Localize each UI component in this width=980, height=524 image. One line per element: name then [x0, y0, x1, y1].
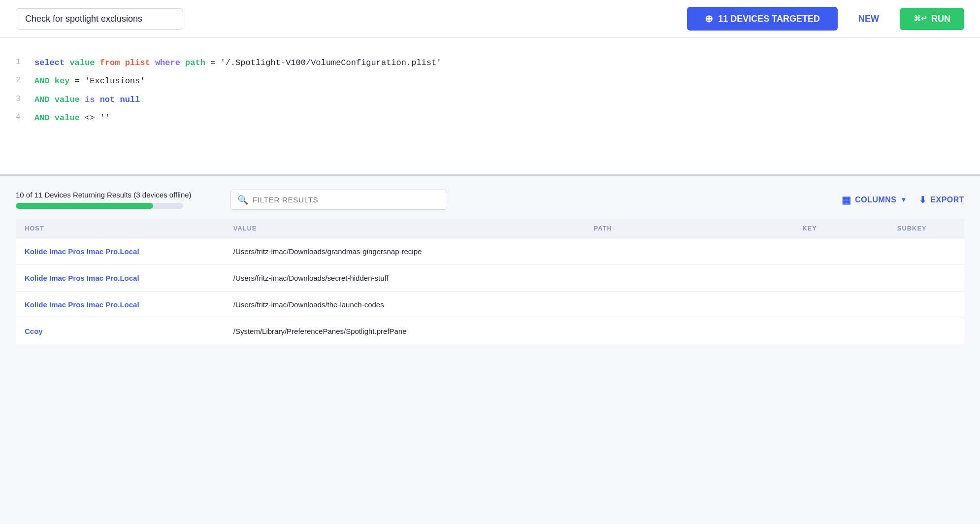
- table-header: HOST VALUE PATH KEY SUBKEY: [16, 219, 964, 238]
- code-block: 1select value from plist where path = '/…: [16, 54, 956, 128]
- code-line: 4AND value <> '': [16, 109, 956, 127]
- chevron-down-icon: ▼: [900, 196, 907, 203]
- code-token: value: [55, 95, 80, 104]
- key-cell: [793, 265, 888, 292]
- code-token: key: [55, 76, 70, 86]
- columns-label: COLUMNS: [855, 196, 896, 204]
- code-token: [95, 95, 99, 104]
- devices-targeted-label: 11 DEVICES TARGETED: [718, 14, 820, 24]
- col-header-subkey: SUBKEY: [888, 219, 964, 238]
- code-token: [120, 58, 125, 67]
- code-token: [95, 58, 99, 67]
- subkey-cell: [888, 238, 964, 265]
- results-header: 10 of 11 Devices Returning Results (3 de…: [16, 190, 964, 210]
- code-token: = '/.Spotlight-V100/VolumeConfiguration.…: [205, 58, 441, 67]
- code-token: AND: [34, 95, 50, 104]
- code-token: AND: [34, 113, 50, 123]
- devices-targeted-button[interactable]: ⊕ 11 DEVICES TARGETED: [687, 7, 838, 31]
- code-editor[interactable]: 1select value from plist where path = '/…: [0, 38, 980, 176]
- key-cell: [793, 292, 888, 318]
- code-line: 2AND key = 'Exclusions': [16, 72, 956, 90]
- line-number: 1: [16, 54, 25, 72]
- results-summary: 10 of 11 Devices Returning Results (3 de…: [16, 191, 203, 199]
- filter-input-wrap: 🔍: [230, 190, 447, 210]
- line-code: AND value <> '': [34, 109, 110, 127]
- col-header-key: KEY: [793, 219, 888, 238]
- code-token: not: [100, 95, 115, 104]
- path-cell: [585, 292, 794, 318]
- host-link[interactable]: Kolide Imac Pros Imac Pro.Local: [25, 274, 139, 282]
- code-token: [50, 95, 55, 104]
- code-token: select: [34, 58, 65, 67]
- code-token: path: [185, 58, 205, 67]
- code-token: where: [155, 58, 180, 67]
- code-token: [115, 95, 120, 104]
- code-token: <> '': [80, 113, 110, 123]
- line-number: 4: [16, 109, 25, 127]
- run-label: RUN: [931, 14, 950, 24]
- line-number: 2: [16, 72, 25, 90]
- table-row: Ccoy/System/Library/PreferencePanes/Spot…: [16, 318, 964, 345]
- code-line: 3AND value is not null: [16, 91, 956, 109]
- col-header-host: HOST: [16, 219, 225, 238]
- code-token: from: [100, 58, 120, 67]
- export-icon: ⬇: [919, 195, 926, 205]
- code-token: value: [69, 58, 95, 67]
- columns-button[interactable]: ▦ COLUMNS ▼: [842, 194, 907, 206]
- results-area: 10 of 11 Devices Returning Results (3 de…: [0, 176, 980, 344]
- run-button[interactable]: ⌘↵ RUN: [900, 8, 964, 30]
- run-shortcut: ⌘↵: [914, 14, 927, 23]
- value-cell: /Users/fritz-imac/Downloads/grandmas-gin…: [225, 238, 585, 265]
- new-label: NEW: [858, 14, 879, 24]
- code-token: [65, 58, 69, 67]
- code-token: is: [85, 95, 95, 104]
- target-icon: ⊕: [705, 13, 713, 25]
- new-button[interactable]: NEW: [849, 9, 888, 29]
- line-code: AND key = 'Exclusions': [34, 72, 145, 90]
- host-link[interactable]: Kolide Imac Pros Imac Pro.Local: [25, 247, 139, 256]
- results-info: 10 of 11 Devices Returning Results (3 de…: [16, 191, 203, 209]
- value-cell: /System/Library/PreferencePanes/Spotligh…: [225, 318, 585, 345]
- filter-input[interactable]: [230, 190, 447, 210]
- path-cell: [585, 238, 794, 265]
- progress-bar-fill: [16, 203, 153, 209]
- subkey-cell: [888, 265, 964, 292]
- host-link[interactable]: Kolide Imac Pros Imac Pro.Local: [25, 300, 139, 309]
- code-token: [150, 58, 155, 67]
- code-token: AND: [34, 76, 50, 86]
- export-button[interactable]: ⬇ EXPORT: [919, 195, 964, 205]
- path-cell: [585, 318, 794, 345]
- progress-bar-track: [16, 203, 183, 209]
- search-icon: 🔍: [237, 195, 248, 205]
- key-cell: [793, 238, 888, 265]
- code-token: [50, 76, 55, 86]
- line-code: AND value is not null: [34, 91, 140, 109]
- export-label: EXPORT: [930, 196, 964, 204]
- table-body: Kolide Imac Pros Imac Pro.Local/Users/fr…: [16, 238, 964, 345]
- code-line: 1select value from plist where path = '/…: [16, 54, 956, 72]
- code-token: value: [55, 113, 80, 123]
- code-token: [50, 113, 55, 123]
- col-header-path: PATH: [585, 219, 794, 238]
- col-header-value: VALUE: [225, 219, 585, 238]
- path-cell: [585, 265, 794, 292]
- code-token: [80, 95, 85, 104]
- table-row: Kolide Imac Pros Imac Pro.Local/Users/fr…: [16, 265, 964, 292]
- code-token: plist: [125, 58, 150, 67]
- value-cell: /Users/fritz-imac/Downloads/the-launch-c…: [225, 292, 585, 318]
- host-link[interactable]: Ccoy: [25, 327, 43, 335]
- subkey-cell: [888, 318, 964, 345]
- value-cell: /Users/fritz-imac/Downloads/secret-hidde…: [225, 265, 585, 292]
- subkey-cell: [888, 292, 964, 318]
- key-cell: [793, 318, 888, 345]
- code-token: null: [120, 95, 140, 104]
- code-token: [180, 58, 185, 67]
- results-table: HOST VALUE PATH KEY SUBKEY Kolide Imac P…: [16, 219, 964, 344]
- columns-icon: ▦: [842, 194, 851, 206]
- table-row: Kolide Imac Pros Imac Pro.Local/Users/fr…: [16, 238, 964, 265]
- table-row: Kolide Imac Pros Imac Pro.Local/Users/fr…: [16, 292, 964, 318]
- code-token: = 'Exclusions': [69, 76, 145, 86]
- query-title-input[interactable]: [16, 8, 183, 30]
- line-code: select value from plist where path = '/.…: [34, 54, 441, 72]
- line-number: 3: [16, 91, 25, 109]
